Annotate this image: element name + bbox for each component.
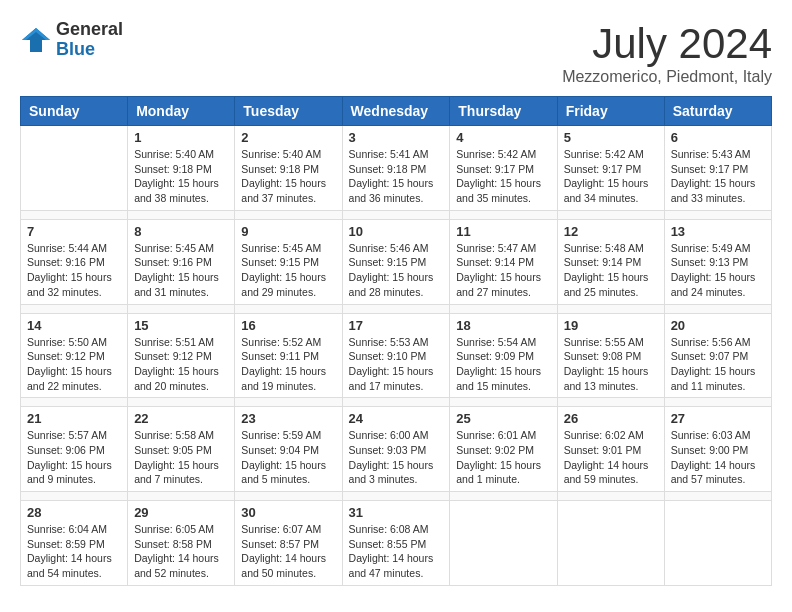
cell-info: Sunrise: 5:43 AM Sunset: 9:17 PM Dayligh… (671, 147, 765, 206)
cell-info: Sunrise: 5:52 AM Sunset: 9:11 PM Dayligh… (241, 335, 335, 394)
cell-info: Sunrise: 5:48 AM Sunset: 9:14 PM Dayligh… (564, 241, 658, 300)
cell-2-3: 9Sunrise: 5:45 AM Sunset: 9:15 PM Daylig… (235, 219, 342, 304)
week-row-5: 28Sunrise: 6:04 AM Sunset: 8:59 PM Dayli… (21, 501, 772, 586)
cell-4-1: 21Sunrise: 5:57 AM Sunset: 9:06 PM Dayli… (21, 407, 128, 492)
calendar-table: SundayMondayTuesdayWednesdayThursdayFrid… (20, 96, 772, 586)
day-number: 4 (456, 130, 550, 145)
day-number: 16 (241, 318, 335, 333)
day-number: 3 (349, 130, 444, 145)
week-row-3: 14Sunrise: 5:50 AM Sunset: 9:12 PM Dayli… (21, 313, 772, 398)
cell-info: Sunrise: 5:45 AM Sunset: 9:15 PM Dayligh… (241, 241, 335, 300)
cell-3-4: 17Sunrise: 5:53 AM Sunset: 9:10 PM Dayli… (342, 313, 450, 398)
cell-info: Sunrise: 5:40 AM Sunset: 9:18 PM Dayligh… (134, 147, 228, 206)
col-header-sunday: Sunday (21, 97, 128, 126)
month-title: July 2024 (562, 20, 772, 68)
day-number: 1 (134, 130, 228, 145)
cell-info: Sunrise: 5:44 AM Sunset: 9:16 PM Dayligh… (27, 241, 121, 300)
cell-4-3: 23Sunrise: 5:59 AM Sunset: 9:04 PM Dayli… (235, 407, 342, 492)
cell-1-7: 6Sunrise: 5:43 AM Sunset: 9:17 PM Daylig… (664, 126, 771, 211)
cell-info: Sunrise: 5:42 AM Sunset: 9:17 PM Dayligh… (456, 147, 550, 206)
cell-info: Sunrise: 6:02 AM Sunset: 9:01 PM Dayligh… (564, 428, 658, 487)
day-number: 15 (134, 318, 228, 333)
day-number: 29 (134, 505, 228, 520)
day-number: 24 (349, 411, 444, 426)
location: Mezzomerico, Piedmont, Italy (562, 68, 772, 86)
col-header-tuesday: Tuesday (235, 97, 342, 126)
cell-info: Sunrise: 5:57 AM Sunset: 9:06 PM Dayligh… (27, 428, 121, 487)
day-number: 19 (564, 318, 658, 333)
week-separator (21, 492, 772, 501)
day-number: 22 (134, 411, 228, 426)
logo-general-text: General (56, 19, 123, 39)
day-number: 7 (27, 224, 121, 239)
logo: General Blue (20, 20, 123, 60)
cell-2-2: 8Sunrise: 5:45 AM Sunset: 9:16 PM Daylig… (128, 219, 235, 304)
day-number: 10 (349, 224, 444, 239)
cell-info: Sunrise: 5:45 AM Sunset: 9:16 PM Dayligh… (134, 241, 228, 300)
cell-5-4: 31Sunrise: 6:08 AM Sunset: 8:55 PM Dayli… (342, 501, 450, 586)
cell-info: Sunrise: 5:47 AM Sunset: 9:14 PM Dayligh… (456, 241, 550, 300)
cell-2-6: 12Sunrise: 5:48 AM Sunset: 9:14 PM Dayli… (557, 219, 664, 304)
cell-info: Sunrise: 5:41 AM Sunset: 9:18 PM Dayligh… (349, 147, 444, 206)
day-number: 2 (241, 130, 335, 145)
cell-5-6 (557, 501, 664, 586)
cell-info: Sunrise: 5:50 AM Sunset: 9:12 PM Dayligh… (27, 335, 121, 394)
cell-2-1: 7Sunrise: 5:44 AM Sunset: 9:16 PM Daylig… (21, 219, 128, 304)
cell-info: Sunrise: 6:01 AM Sunset: 9:02 PM Dayligh… (456, 428, 550, 487)
cell-1-5: 4Sunrise: 5:42 AM Sunset: 9:17 PM Daylig… (450, 126, 557, 211)
cell-info: Sunrise: 5:54 AM Sunset: 9:09 PM Dayligh… (456, 335, 550, 394)
week-separator (21, 304, 772, 313)
cell-info: Sunrise: 5:58 AM Sunset: 9:05 PM Dayligh… (134, 428, 228, 487)
day-number: 17 (349, 318, 444, 333)
cell-info: Sunrise: 5:56 AM Sunset: 9:07 PM Dayligh… (671, 335, 765, 394)
cell-1-4: 3Sunrise: 5:41 AM Sunset: 9:18 PM Daylig… (342, 126, 450, 211)
cell-info: Sunrise: 6:03 AM Sunset: 9:00 PM Dayligh… (671, 428, 765, 487)
week-row-1: 1Sunrise: 5:40 AM Sunset: 9:18 PM Daylig… (21, 126, 772, 211)
cell-4-6: 26Sunrise: 6:02 AM Sunset: 9:01 PM Dayli… (557, 407, 664, 492)
week-separator (21, 210, 772, 219)
calendar-header-row: SundayMondayTuesdayWednesdayThursdayFrid… (21, 97, 772, 126)
cell-1-3: 2Sunrise: 5:40 AM Sunset: 9:18 PM Daylig… (235, 126, 342, 211)
day-number: 12 (564, 224, 658, 239)
cell-5-2: 29Sunrise: 6:05 AM Sunset: 8:58 PM Dayli… (128, 501, 235, 586)
day-number: 14 (27, 318, 121, 333)
cell-info: Sunrise: 5:53 AM Sunset: 9:10 PM Dayligh… (349, 335, 444, 394)
day-number: 25 (456, 411, 550, 426)
cell-2-4: 10Sunrise: 5:46 AM Sunset: 9:15 PM Dayli… (342, 219, 450, 304)
day-number: 6 (671, 130, 765, 145)
col-header-wednesday: Wednesday (342, 97, 450, 126)
cell-info: Sunrise: 5:55 AM Sunset: 9:08 PM Dayligh… (564, 335, 658, 394)
cell-5-7 (664, 501, 771, 586)
cell-5-3: 30Sunrise: 6:07 AM Sunset: 8:57 PM Dayli… (235, 501, 342, 586)
cell-4-7: 27Sunrise: 6:03 AM Sunset: 9:00 PM Dayli… (664, 407, 771, 492)
col-header-saturday: Saturday (664, 97, 771, 126)
col-header-monday: Monday (128, 97, 235, 126)
cell-3-2: 15Sunrise: 5:51 AM Sunset: 9:12 PM Dayli… (128, 313, 235, 398)
cell-info: Sunrise: 5:40 AM Sunset: 9:18 PM Dayligh… (241, 147, 335, 206)
cell-4-4: 24Sunrise: 6:00 AM Sunset: 9:03 PM Dayli… (342, 407, 450, 492)
day-number: 9 (241, 224, 335, 239)
day-number: 5 (564, 130, 658, 145)
cell-info: Sunrise: 6:00 AM Sunset: 9:03 PM Dayligh… (349, 428, 444, 487)
cell-info: Sunrise: 6:05 AM Sunset: 8:58 PM Dayligh… (134, 522, 228, 581)
cell-info: Sunrise: 5:51 AM Sunset: 9:12 PM Dayligh… (134, 335, 228, 394)
col-header-friday: Friday (557, 97, 664, 126)
day-number: 8 (134, 224, 228, 239)
cell-2-7: 13Sunrise: 5:49 AM Sunset: 9:13 PM Dayli… (664, 219, 771, 304)
day-number: 28 (27, 505, 121, 520)
title-block: July 2024 Mezzomerico, Piedmont, Italy (562, 20, 772, 86)
day-number: 11 (456, 224, 550, 239)
logo-blue-text: Blue (56, 39, 95, 59)
cell-4-5: 25Sunrise: 6:01 AM Sunset: 9:02 PM Dayli… (450, 407, 557, 492)
day-number: 20 (671, 318, 765, 333)
cell-info: Sunrise: 5:46 AM Sunset: 9:15 PM Dayligh… (349, 241, 444, 300)
cell-1-6: 5Sunrise: 5:42 AM Sunset: 9:17 PM Daylig… (557, 126, 664, 211)
cell-3-3: 16Sunrise: 5:52 AM Sunset: 9:11 PM Dayli… (235, 313, 342, 398)
day-number: 31 (349, 505, 444, 520)
cell-info: Sunrise: 5:49 AM Sunset: 9:13 PM Dayligh… (671, 241, 765, 300)
day-number: 26 (564, 411, 658, 426)
week-row-4: 21Sunrise: 5:57 AM Sunset: 9:06 PM Dayli… (21, 407, 772, 492)
day-number: 23 (241, 411, 335, 426)
week-row-2: 7Sunrise: 5:44 AM Sunset: 9:16 PM Daylig… (21, 219, 772, 304)
cell-5-5 (450, 501, 557, 586)
